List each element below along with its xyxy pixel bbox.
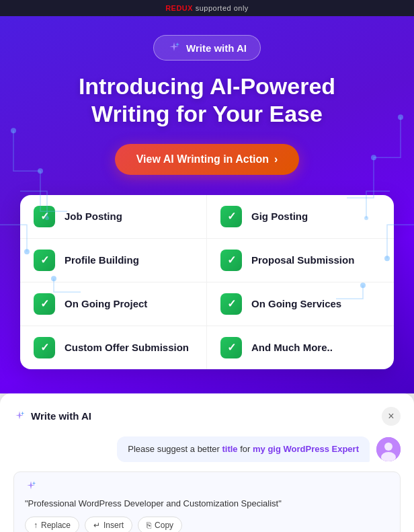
ai-response: "Professional WordPress Developer and Cu… (13, 471, 401, 532)
action-buttons: ↑ Replace ↵ Insert ⎘ Copy (25, 517, 389, 532)
chat-title: Write with AI (13, 410, 91, 422)
avatar-image (376, 437, 401, 461)
hero-section: Write with AI Introducing AI-Powered Wri… (0, 16, 414, 393)
svg-point-6 (398, 114, 403, 120)
insert-label: Insert (104, 521, 124, 530)
sparkle-icon-small (13, 410, 26, 422)
top-bar: REDUX supported only (0, 0, 414, 16)
circuit-decoration (0, 16, 414, 393)
brand-name: REDUX (165, 4, 193, 12)
chat-header: Write with AI × (13, 407, 401, 426)
svg-point-2 (24, 249, 30, 254)
user-avatar (376, 437, 401, 461)
ai-sparkle-icon (25, 480, 37, 492)
replace-button[interactable]: ↑ Replace (25, 517, 79, 532)
svg-point-3 (51, 276, 56, 281)
copy-label: Copy (155, 521, 173, 530)
svg-point-11 (384, 443, 392, 451)
svg-point-4 (45, 216, 49, 220)
ai-response-text: "Professional WordPress Developer and Cu… (25, 498, 389, 510)
insert-button[interactable]: ↵ Insert (85, 517, 132, 532)
chat-message-row: Please suggest a better title for my gig… (13, 436, 401, 462)
copy-button[interactable]: ⎘ Copy (138, 517, 182, 532)
svg-point-8 (360, 282, 366, 288)
copy-icon: ⎘ (147, 521, 151, 530)
chat-panel: Write with AI × Please suggest a better … (0, 393, 414, 532)
svg-point-9 (364, 216, 368, 220)
svg-point-7 (384, 256, 390, 261)
svg-point-1 (11, 128, 16, 133)
close-button[interactable]: × (382, 407, 401, 426)
insert-icon: ↵ (93, 521, 100, 530)
highlight-gig: my gig WordPress Expert (253, 444, 359, 454)
chat-bubble: Please suggest a better title for my gig… (117, 436, 370, 462)
ai-response-header (25, 480, 389, 492)
highlight-title: title (222, 444, 237, 454)
replace-label: Replace (41, 521, 71, 530)
replace-icon: ↑ (34, 521, 38, 530)
